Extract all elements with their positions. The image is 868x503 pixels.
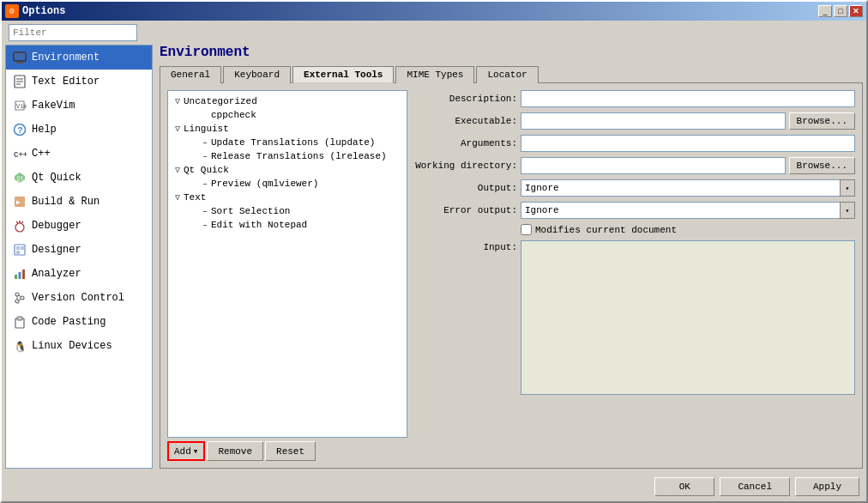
tree-node-cppcheck[interactable]: cppcheck: [172, 108, 403, 122]
tab-keyboard[interactable]: Keyboard: [223, 66, 291, 83]
svg-line-18: [16, 221, 18, 223]
tree-node-qt-quick[interactable]: ▽ Qt Quick: [172, 163, 403, 177]
expand-lupdate: –: [201, 138, 209, 148]
title-buttons: _ □ ✕: [818, 5, 863, 17]
tree-node-qmlviewer[interactable]: – Preview (qmlviewer): [172, 177, 403, 191]
add-label: Add: [174, 446, 191, 457]
environment-icon: [13, 51, 27, 64]
arguments-row: Arguments:: [414, 135, 855, 152]
add-button[interactable]: Add ▾: [167, 441, 205, 461]
error-output-row: Error output: Ignore Show in pane Replac…: [414, 202, 855, 219]
svg-rect-34: [17, 317, 22, 320]
svg-text:Vim: Vim: [16, 103, 27, 110]
text-editor-icon: [13, 75, 27, 88]
expand-qt-quick[interactable]: ▽: [173, 165, 182, 175]
sidebar-item-debugger[interactable]: Debugger: [6, 214, 152, 238]
description-label: Description:: [414, 94, 517, 104]
expand-uncategorized[interactable]: ▽: [173, 96, 182, 106]
error-output-select-wrapper: Ignore Show in pane Replace selection ▾: [521, 202, 855, 219]
executable-row: Executable: Browse...: [414, 112, 855, 130]
input-textarea[interactable]: [521, 240, 855, 395]
output-select[interactable]: Ignore Show in pane Replace selection: [521, 179, 855, 197]
modifies-label: Modifies current document: [535, 225, 677, 235]
tree-container[interactable]: ▽ Uncategorized cppcheck: [167, 90, 407, 438]
tree-node-edit-notepad[interactable]: – Edit with Notepad: [172, 218, 403, 232]
svg-rect-21: [16, 246, 20, 250]
sidebar-label-code-pasting: Code Pasting: [32, 316, 105, 328]
tab-external-tools[interactable]: External Tools: [292, 66, 394, 83]
svg-text:?: ?: [18, 126, 23, 136]
sidebar-item-build-run[interactable]: ▶ Build & Run: [6, 190, 152, 214]
expand-lrelease: –: [201, 152, 209, 161]
options-window: ⚙ Options _ □ ✕ Environment Tex: [0, 0, 868, 503]
svg-text:Qt: Qt: [17, 175, 24, 182]
sidebar-item-cpp[interactable]: C++ C++: [6, 142, 152, 166]
tree-node-lrelease[interactable]: – Release Translations (lrelease): [172, 149, 403, 163]
sidebar-item-help[interactable]: ? Help: [6, 118, 152, 142]
svg-rect-2: [14, 52, 26, 58]
label-qt-quick: Qt Quick: [184, 165, 229, 175]
sidebar-label-qt-quick: Qt Quick: [32, 172, 81, 184]
svg-line-19: [21, 221, 23, 223]
label-linguist: Linguist: [184, 124, 229, 134]
tree-node-lupdate[interactable]: – Update Translations (lupdate): [172, 136, 403, 149]
tab-mime-types[interactable]: MIME Types: [395, 66, 474, 83]
sidebar-item-version-control[interactable]: Version Control: [6, 286, 152, 310]
title-bar: ⚙ Options _ □ ✕: [2, 2, 866, 21]
sidebar-item-code-pasting[interactable]: Code Pasting: [6, 310, 152, 334]
analyzer-icon: [13, 267, 27, 281]
tree-node-uncategorized[interactable]: ▽ Uncategorized: [172, 94, 403, 108]
window-icon: ⚙: [5, 4, 19, 18]
sidebar-item-text-editor[interactable]: Text Editor: [6, 70, 152, 94]
sidebar-item-environment[interactable]: Environment: [6, 45, 152, 70]
svg-rect-1: [16, 62, 23, 64]
minimize-button[interactable]: _: [818, 5, 832, 17]
working-directory-input[interactable]: [521, 157, 786, 174]
tree-node-linguist[interactable]: ▽ Linguist: [172, 122, 403, 136]
svg-text:🐧: 🐧: [14, 340, 27, 353]
tab-general[interactable]: General: [160, 66, 221, 83]
executable-input[interactable]: [521, 112, 786, 130]
tabs: General Keyboard External Tools MIME Typ…: [160, 65, 863, 82]
output-select-wrapper: Ignore Show in pane Replace selection ▾: [521, 179, 855, 197]
filter-input[interactable]: [9, 24, 137, 41]
label-cppcheck: cppcheck: [211, 110, 256, 120]
sidebar-label-cpp: C++: [32, 148, 51, 160]
modifies-checkbox[interactable]: [521, 224, 532, 235]
sidebar: Environment Text Editor Vim FakeVim ? He…: [5, 45, 153, 469]
working-directory-browse-button[interactable]: Browse...: [789, 157, 855, 174]
sidebar-item-designer[interactable]: Designer: [6, 238, 152, 262]
expand-linguist[interactable]: ▽: [173, 124, 182, 134]
description-input[interactable]: [521, 90, 855, 107]
executable-browse-button[interactable]: Browse...: [789, 112, 855, 130]
working-directory-row: Working directory: Browse...: [414, 157, 855, 174]
sidebar-item-fakevim[interactable]: Vim FakeVim: [6, 94, 152, 118]
reset-button[interactable]: Reset: [265, 441, 316, 461]
executable-label: Executable:: [414, 116, 517, 126]
filter-bar: [2, 21, 866, 45]
fakevim-icon: Vim: [13, 99, 27, 112]
tree-node-sort-selection[interactable]: – Sort Selection: [172, 204, 403, 218]
label-uncategorized: Uncategorized: [184, 96, 257, 106]
arguments-label: Arguments:: [414, 138, 517, 148]
arguments-input[interactable]: [521, 135, 855, 152]
description-row: Description:: [414, 90, 855, 107]
remove-button[interactable]: Remove: [207, 441, 263, 461]
tab-locator[interactable]: Locator: [476, 66, 538, 83]
close-button[interactable]: ✕: [849, 5, 863, 17]
label-sort-selection: Sort Selection: [211, 206, 290, 216]
help-icon: ?: [13, 123, 27, 136]
svg-rect-24: [15, 275, 17, 279]
modifies-row: Modifies current document: [414, 224, 855, 235]
expand-text[interactable]: ▽: [173, 192, 182, 203]
ok-button[interactable]: OK: [654, 477, 714, 496]
sidebar-item-qt-quick[interactable]: Qt Qt Quick: [6, 166, 152, 190]
svg-text:▶: ▶: [16, 198, 21, 206]
tree-node-text[interactable]: ▽ Text: [172, 191, 403, 204]
apply-button[interactable]: Apply: [795, 477, 859, 496]
error-output-select[interactable]: Ignore Show in pane Replace selection: [521, 202, 855, 219]
cancel-button[interactable]: Cancel: [720, 477, 790, 496]
maximize-button[interactable]: □: [834, 5, 847, 17]
sidebar-item-linux-devices[interactable]: 🐧 Linux Devices: [6, 334, 152, 358]
sidebar-item-analyzer[interactable]: Analyzer: [6, 262, 152, 286]
